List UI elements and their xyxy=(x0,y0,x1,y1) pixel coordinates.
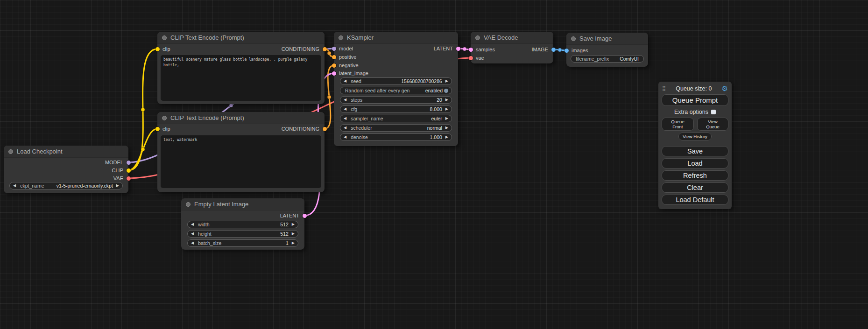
toggle-dot-icon[interactable] xyxy=(444,89,448,93)
widget-width[interactable]: ◀ width 512 ▶ xyxy=(187,221,298,228)
input-slot-vae[interactable]: vae xyxy=(471,55,484,61)
settings-gear-icon[interactable]: ⚙ xyxy=(722,85,728,92)
slot-dot-conditioning[interactable] xyxy=(332,55,336,59)
decrement-icon[interactable]: ◀ xyxy=(13,184,16,188)
slot-dot-vae[interactable] xyxy=(469,56,473,60)
output-slot-clip[interactable]: CLIP xyxy=(112,167,128,174)
decrement-icon[interactable]: ◀ xyxy=(191,223,194,226)
clear-button[interactable]: Clear xyxy=(662,182,728,193)
extra-options-checkbox[interactable] xyxy=(711,110,716,114)
node-collapse-dot-icon[interactable] xyxy=(162,35,167,40)
node-title-bar[interactable]: Empty Latent Image xyxy=(181,198,304,210)
node-collapse-dot-icon[interactable] xyxy=(8,149,13,154)
widget-filename-prefix[interactable]: filename_prefix ComfyUI xyxy=(571,55,644,63)
slot-dot-image[interactable] xyxy=(565,49,569,53)
graph-canvas[interactable]: Load Checkpoint MODEL CLIP VAE ◀ ckpt_na… xyxy=(0,0,868,329)
node-title-bar[interactable]: VAE Decode xyxy=(471,32,553,44)
decrement-icon[interactable]: ◀ xyxy=(344,98,346,102)
widget-height[interactable]: ◀ height 512 ▶ xyxy=(187,230,298,238)
input-slot-negative[interactable]: negative xyxy=(334,62,359,69)
input-slot-clip[interactable]: clip xyxy=(157,126,170,132)
view-history-button[interactable]: View History xyxy=(678,133,712,140)
output-slot-conditioning[interactable]: CONDITIONING xyxy=(282,126,325,132)
slot-dot-clip[interactable] xyxy=(155,127,160,131)
prompt-textarea[interactable]: beautiful scenery nature glass bottle la… xyxy=(161,55,321,101)
increment-icon[interactable]: ▶ xyxy=(116,184,119,188)
widget-seed[interactable]: ◀ seed 156680208700286 ▶ xyxy=(340,77,452,85)
input-slot-images[interactable]: images xyxy=(566,47,588,54)
decrement-icon[interactable]: ◀ xyxy=(344,117,346,120)
slot-dot-latent[interactable] xyxy=(456,47,460,51)
slot-dot-clip[interactable] xyxy=(127,168,131,173)
save-button[interactable]: Save xyxy=(662,146,728,156)
increment-icon[interactable]: ▶ xyxy=(292,241,295,245)
node-title-bar[interactable]: Load Checkpoint xyxy=(4,146,128,158)
node-save-image[interactable]: Save Image images filename_prefix ComfyU… xyxy=(566,33,648,67)
load-button[interactable]: Load xyxy=(662,158,728,168)
drag-handle-icon[interactable]: ⣿ xyxy=(662,85,666,91)
increment-icon[interactable]: ▶ xyxy=(445,79,448,83)
load-default-button[interactable]: Load Default xyxy=(662,195,728,205)
queue-prompt-button[interactable]: Queue Prompt xyxy=(662,94,728,106)
slot-dot-latent[interactable] xyxy=(332,71,336,76)
queue-front-button[interactable]: Queue Front xyxy=(662,118,694,131)
slot-dot-vae[interactable] xyxy=(127,176,131,181)
slot-dot-model[interactable] xyxy=(127,161,131,165)
prompt-textarea[interactable]: text, watermark xyxy=(161,135,321,188)
slot-dot-image[interactable] xyxy=(551,48,556,52)
widget-ckpt-name[interactable]: ◀ ckpt_name v1-5-pruned-emaonly.ckpt ▶ xyxy=(9,182,123,189)
increment-icon[interactable]: ▶ xyxy=(445,98,448,102)
decrement-icon[interactable]: ◀ xyxy=(344,135,346,139)
widget-random-seed-toggle[interactable]: Random seed after every gen enabled xyxy=(340,87,452,94)
slot-dot-model[interactable] xyxy=(332,47,336,51)
node-collapse-dot-icon[interactable] xyxy=(186,202,191,207)
widget-sampler-name[interactable]: ◀ sampler_name euler ▶ xyxy=(340,115,452,122)
widget-denoise[interactable]: ◀ denoise 1.000 ▶ xyxy=(340,133,452,141)
slot-dot-conditioning[interactable] xyxy=(332,63,336,68)
slot-dot-conditioning[interactable] xyxy=(323,127,327,131)
increment-icon[interactable]: ▶ xyxy=(292,223,295,226)
node-ksampler[interactable]: KSampler model positive negative latent_… xyxy=(334,32,458,146)
input-slot-samples[interactable]: samples xyxy=(471,46,495,53)
decrement-icon[interactable]: ◀ xyxy=(191,232,194,236)
view-queue-button[interactable]: View Queue xyxy=(697,118,728,131)
input-slot-model[interactable]: model xyxy=(334,45,353,52)
node-load-checkpoint[interactable]: Load Checkpoint MODEL CLIP VAE ◀ ckpt_na… xyxy=(4,146,128,193)
input-slot-clip[interactable]: clip xyxy=(157,46,170,52)
decrement-icon[interactable]: ◀ xyxy=(191,241,194,245)
increment-icon[interactable]: ▶ xyxy=(445,117,448,120)
slot-dot-clip[interactable] xyxy=(155,47,160,51)
input-slot-latent-image[interactable]: latent_image xyxy=(334,70,368,77)
slot-dot-conditioning[interactable] xyxy=(323,47,327,51)
output-slot-latent[interactable]: LATENT xyxy=(280,212,304,219)
input-slot-positive[interactable]: positive xyxy=(334,54,356,60)
decrement-icon[interactable]: ◀ xyxy=(344,79,346,83)
node-collapse-dot-icon[interactable] xyxy=(475,35,480,40)
refresh-button[interactable]: Refresh xyxy=(662,170,728,181)
output-slot-conditioning[interactable]: CONDITIONING xyxy=(282,46,325,52)
slot-dot-latent[interactable] xyxy=(469,48,473,52)
node-title-bar[interactable]: Save Image xyxy=(566,33,648,45)
node-collapse-dot-icon[interactable] xyxy=(339,35,343,40)
node-title-bar[interactable]: CLIP Text Encode (Prompt) xyxy=(157,112,325,124)
increment-icon[interactable]: ▶ xyxy=(445,107,448,111)
slot-dot-latent[interactable] xyxy=(303,214,307,218)
output-slot-model[interactable]: MODEL xyxy=(105,159,128,166)
output-slot-image[interactable]: IMAGE xyxy=(532,46,553,53)
output-slot-latent[interactable]: LATENT xyxy=(434,45,458,52)
widget-cfg[interactable]: ◀ cfg 8.000 ▶ xyxy=(340,105,452,113)
node-title-bar[interactable]: CLIP Text Encode (Prompt) xyxy=(157,32,325,44)
node-vae-decode[interactable]: VAE Decode samples vae IMAGE xyxy=(471,32,553,63)
decrement-icon[interactable]: ◀ xyxy=(344,107,346,111)
output-slot-vae[interactable]: VAE xyxy=(113,175,128,182)
increment-icon[interactable]: ▶ xyxy=(445,126,448,130)
widget-batch-size[interactable]: ◀ batch_size 1 ▶ xyxy=(187,239,298,247)
decrement-icon[interactable]: ◀ xyxy=(344,126,346,130)
increment-icon[interactable]: ▶ xyxy=(445,135,448,139)
widget-scheduler[interactable]: ◀ scheduler normal ▶ xyxy=(340,124,452,132)
node-title-bar[interactable]: KSampler xyxy=(334,32,458,44)
node-clip-text-encode-positive[interactable]: CLIP Text Encode (Prompt) clip CONDITION… xyxy=(157,32,325,104)
node-collapse-dot-icon[interactable] xyxy=(571,36,576,41)
node-empty-latent-image[interactable]: Empty Latent Image LATENT ◀ width 512 ▶ … xyxy=(181,198,304,250)
increment-icon[interactable]: ▶ xyxy=(292,232,295,236)
